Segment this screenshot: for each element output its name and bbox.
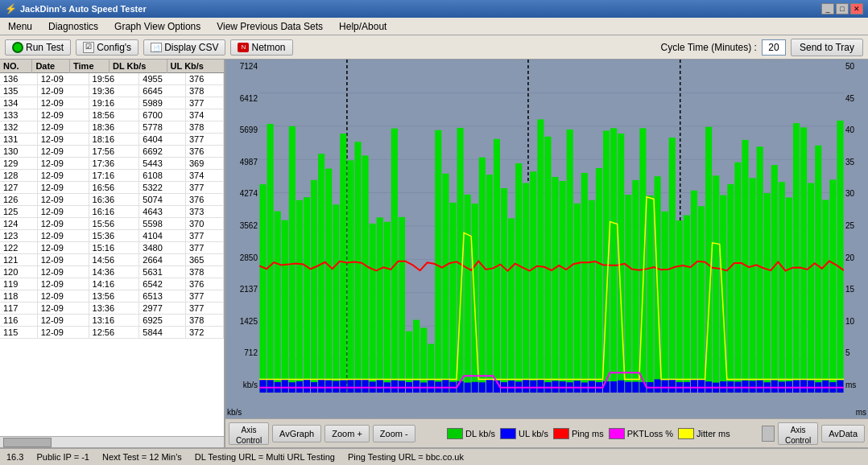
svg-rect-70 — [662, 212, 668, 393]
table-cell-dlkbs: 5322 — [139, 182, 186, 194]
h-scroll-thumb[interactable] — [3, 438, 52, 447]
svg-rect-133 — [537, 380, 544, 393]
table-row[interactable]: 12912-0917:365443369 — [0, 158, 224, 170]
axis-control-left-button[interactable]: Axis Control — [229, 422, 269, 445]
cycle-time-input[interactable] — [762, 39, 786, 56]
table-body: 13612-0919:56495537613512-0919:366645378… — [0, 73, 224, 339]
table-cell-no: 125 — [0, 206, 37, 218]
table-row[interactable]: 12212-0915:163480377 — [0, 242, 224, 254]
av-graph-button[interactable]: AvGraph — [272, 425, 321, 442]
menu-item-view-previous[interactable]: View Previous Data Sets — [212, 19, 328, 34]
table-cell-ulkbs: 376 — [185, 146, 223, 158]
menu-item-diagnostics[interactable]: Diagnostics — [43, 19, 103, 34]
svg-rect-123 — [465, 383, 471, 393]
table-cell-no: 120 — [0, 266, 37, 278]
svg-rect-34 — [399, 217, 405, 393]
menu-bar: Menu Diagnostics Graph View Options View… — [0, 18, 868, 35]
table-row[interactable]: 12612-0916:365074376 — [0, 194, 224, 206]
table-horizontal-scrollbar[interactable] — [0, 436, 224, 447]
table-cell-ulkbs: 378 — [185, 85, 223, 97]
netmon-button[interactable]: N Netmon — [230, 39, 292, 56]
table-row[interactable]: 12112-0914:562664365 — [0, 254, 224, 266]
svg-rect-27 — [347, 160, 353, 393]
table-row[interactable]: 13312-0918:566700374 — [0, 109, 224, 121]
table-cell-time: 14:36 — [89, 266, 139, 278]
y-axis-right-label: 45 — [845, 95, 866, 103]
table-cell-ulkbs: 376 — [185, 73, 223, 85]
table-cell-no: 130 — [0, 146, 37, 158]
menu-item-menu[interactable]: Menu — [3, 19, 37, 34]
menu-item-graph-view-options[interactable]: Graph View Options — [110, 19, 205, 34]
table-cell-dlkbs: 5631 — [139, 266, 186, 278]
main-content: NO. Date Time DL Kb/s UL Kb/s 13612-0919… — [0, 60, 868, 447]
table-cell-no: 122 — [0, 242, 37, 254]
av-data-button[interactable]: AvData — [821, 425, 865, 442]
table-cell-dlkbs: 6108 — [139, 170, 186, 182]
zoom-in-button[interactable]: Zoom + — [324, 425, 370, 442]
status-next-test: Next Test = 12 Min's — [102, 452, 182, 462]
table-row[interactable]: 11612-0913:166925378 — [0, 315, 224, 327]
svg-rect-87 — [786, 198, 792, 393]
y-axis-right-label: 10 — [845, 318, 866, 326]
table-row[interactable]: 11512-0912:565844372 — [0, 327, 224, 339]
table-row[interactable]: 13112-0918:166404377 — [0, 134, 224, 146]
svg-rect-144 — [618, 381, 624, 393]
table-row[interactable]: 12712-0916:565322377 — [0, 182, 224, 194]
zoom-out-button[interactable]: Zoom - — [373, 425, 415, 442]
table-row[interactable]: 11912-0914:166542376 — [0, 278, 224, 290]
graph-scroll-indicator[interactable] — [762, 426, 775, 442]
svg-rect-145 — [625, 382, 631, 393]
table-row[interactable]: 11712-0913:362977377 — [0, 302, 224, 315]
maximize-button[interactable]: □ — [836, 3, 849, 14]
svg-rect-170 — [808, 381, 814, 393]
table-cell-dlkbs: 4643 — [139, 206, 186, 218]
display-csv-button[interactable]: 📄 Display CSV — [143, 39, 225, 56]
y-axis-right-label: 5 — [845, 349, 866, 357]
svg-rect-51 — [523, 183, 529, 393]
table-row[interactable]: 11812-0913:566513377 — [0, 290, 224, 302]
table-row[interactable]: 13012-0917:566692376 — [0, 146, 224, 158]
table-cell-date: 12-09 — [37, 85, 89, 97]
svg-rect-45 — [479, 158, 486, 393]
minimize-button[interactable]: _ — [821, 3, 834, 14]
svg-rect-89 — [800, 127, 807, 393]
svg-rect-53 — [537, 119, 544, 393]
table-cell-time: 17:16 — [89, 170, 139, 182]
svg-rect-32 — [384, 222, 391, 393]
svg-rect-28 — [354, 142, 361, 393]
table-row[interactable]: 12312-0915:364104377 — [0, 230, 224, 242]
configs-button[interactable]: ☑ Config's — [76, 39, 138, 56]
svg-rect-71 — [669, 138, 676, 393]
run-test-button[interactable]: Run Test — [5, 39, 71, 56]
table-row[interactable]: 13512-0919:366645378 — [0, 85, 224, 97]
table-cell-no: 123 — [0, 230, 37, 242]
menu-item-help[interactable]: Help/About — [334, 19, 391, 34]
table-cell-date: 12-09 — [37, 170, 89, 182]
table-cell-time: 15:36 — [89, 230, 139, 242]
svg-rect-41 — [449, 203, 456, 393]
table-row[interactable]: 13212-0918:365778378 — [0, 121, 224, 134]
table-row[interactable]: 12812-0917:166108374 — [0, 170, 224, 182]
send-to-tray-button[interactable]: Send to Tray — [791, 39, 863, 56]
table-row[interactable]: 12412-0915:565598370 — [0, 218, 224, 230]
svg-rect-82 — [750, 178, 756, 393]
svg-rect-68 — [647, 195, 653, 393]
y-axis-left-label: 7124 — [227, 63, 258, 71]
y-axis-right-label: ms — [845, 381, 866, 389]
y-axis-right-label: 40 — [845, 126, 866, 134]
table-cell-time: 16:16 — [89, 206, 139, 218]
table-row[interactable]: 12512-0916:164643373 — [0, 206, 224, 218]
table-cell-dlkbs: 6404 — [139, 134, 186, 146]
y-axis-left-label: kb/s — [227, 381, 258, 389]
axis-control-right-button[interactable]: Axis Control — [778, 422, 818, 445]
table-row[interactable]: 13612-0919:564955376 — [0, 73, 224, 85]
svg-rect-165 — [771, 381, 778, 393]
table-cell-no: 129 — [0, 158, 37, 170]
table-row[interactable]: 12012-0914:365631378 — [0, 266, 224, 278]
title-bar-controls[interactable]: _ □ ✕ — [821, 3, 863, 14]
svg-rect-138 — [574, 381, 581, 393]
table-row[interactable]: 13412-0919:165989377 — [0, 97, 224, 109]
table-cell-date: 12-09 — [37, 230, 89, 242]
close-button[interactable]: ✕ — [850, 3, 863, 14]
table-scroll-area[interactable]: 13612-0919:56495537613512-0919:366645378… — [0, 73, 224, 436]
